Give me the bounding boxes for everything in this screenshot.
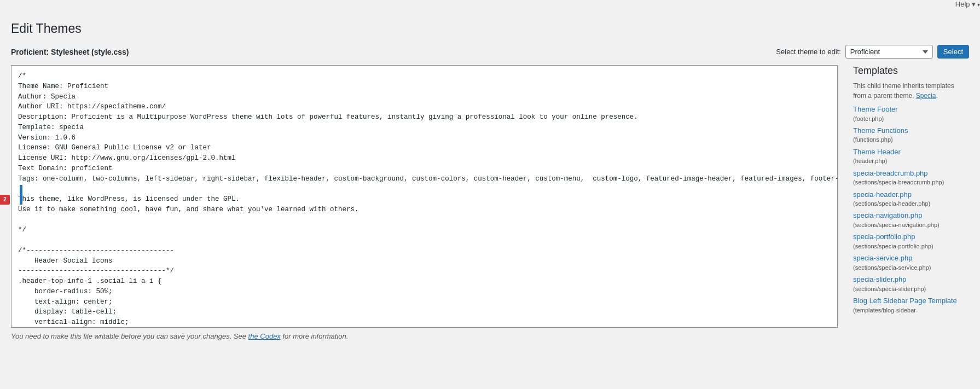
codex-link[interactable]: the Codex: [248, 332, 281, 340]
sidebar-link-sub: (sections/specia-slider.php): [853, 285, 969, 293]
sidebar-link-group: specia-portfolio.php(sections/specia-por…: [853, 231, 969, 251]
sidebar-link-group: Theme Footer(footer.php): [853, 104, 969, 123]
sidebar-links: Theme Footer(footer.php)Theme Functions(…: [853, 104, 969, 317]
sidebar-link[interactable]: Theme Footer: [853, 104, 969, 115]
sidebar-link[interactable]: Theme Functions: [853, 125, 969, 136]
sidebar-link-group: Blog Left Sidebar Page Template(template…: [853, 295, 969, 315]
select-button[interactable]: Select: [937, 45, 969, 59]
sidebar-link-sub: (templates/blog-sidebar-: [853, 306, 969, 315]
theme-select-dropdown[interactable]: Proficient: [845, 45, 933, 59]
sidebar-link-group: specia-service.php(sections/specia-servi…: [853, 253, 969, 272]
notice-text-before: You need to make this file writable befo…: [11, 332, 248, 340]
help-link[interactable]: Help ▾: [955, 0, 980, 8]
main-content: You need to make this file writable befo…: [11, 65, 969, 389]
parent-theme-link[interactable]: Specia: [916, 92, 936, 100]
theme-select-label: Select theme to edit:: [776, 48, 841, 56]
code-editor[interactable]: [11, 65, 838, 328]
sidebar-link[interactable]: Blog Left Sidebar Page Template: [853, 295, 969, 306]
sidebar-link[interactable]: Theme Header: [853, 147, 969, 158]
sidebar-link-sub: (footer.php): [853, 115, 969, 123]
sidebar-description: This child theme inherits templates from…: [853, 81, 969, 101]
sidebar-link-sub: (sections/specia-header.php): [853, 200, 969, 208]
sidebar-link-group: specia-slider.php(sections/specia-slider…: [853, 274, 969, 293]
active-indicator: [20, 185, 22, 205]
sidebar-link-group: specia-header.php(sections/specia-header…: [853, 189, 969, 208]
sidebar-link-sub: (functions.php): [853, 136, 969, 144]
theme-select-area: Select theme to edit: Proficient Select: [776, 45, 969, 59]
sidebar-link-group: specia-breadcrumb.php(sections/specia-br…: [853, 168, 969, 187]
page-title: Edit Themes: [11, 21, 969, 36]
editor-area: You need to make this file writable befo…: [11, 65, 838, 389]
sidebar-link-group: Theme Functions(functions.php): [853, 125, 969, 144]
sidebar-link[interactable]: specia-navigation.php: [853, 210, 969, 221]
sidebar-link[interactable]: specia-slider.php: [853, 274, 969, 285]
notification-badge: 2: [0, 195, 10, 205]
sidebar-link[interactable]: specia-service.php: [853, 253, 969, 264]
sidebar-link[interactable]: specia-portfolio.php: [853, 231, 969, 242]
sidebar-link-sub: (sections/specia-navigation.php): [853, 221, 969, 229]
sidebar-link[interactable]: specia-header.php: [853, 189, 969, 200]
notice-text-after: for more information.: [281, 332, 349, 340]
sidebar-link-sub: (header.php): [853, 157, 969, 165]
sidebar-link-group: Theme Header(header.php): [853, 147, 969, 166]
sidebar-link-sub: (sections/specia-breadcrumb.php): [853, 178, 969, 187]
sidebar-link-sub: (sections/specia-service.php): [853, 264, 969, 272]
stylesheet-title: Proficient: Stylesheet (style.css): [11, 48, 129, 56]
sidebar: Templates This child theme inherits temp…: [849, 65, 969, 389]
sidebar-title: Templates: [853, 65, 969, 77]
sidebar-link[interactable]: specia-breadcrumb.php: [853, 168, 969, 179]
notice-bar: You need to make this file writable befo…: [11, 332, 838, 340]
sidebar-link-sub: (sections/specia-portfolio.php): [853, 242, 969, 251]
sidebar-link-group: specia-navigation.php(sections/specia-na…: [853, 210, 969, 229]
top-bar: Proficient: Stylesheet (style.css) Selec…: [11, 45, 969, 59]
